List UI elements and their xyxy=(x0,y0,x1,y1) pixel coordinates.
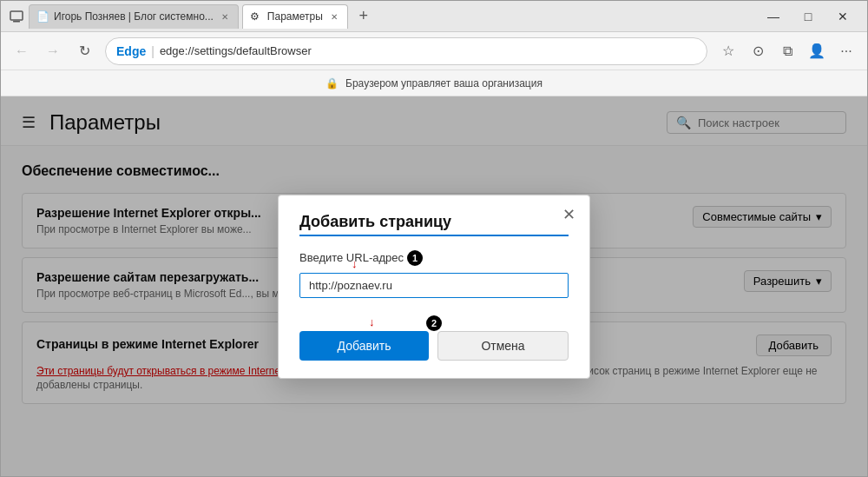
modal-close-button[interactable]: ✕ xyxy=(558,204,579,225)
step-1-indicator: 1 xyxy=(407,250,423,266)
toolbar: ← → ↻ Edge | edge://settings/defaultBrow… xyxy=(1,32,867,70)
url-input[interactable] xyxy=(299,273,569,298)
tab-settings[interactable]: ⚙ Параметры ✕ xyxy=(242,4,348,29)
tab-blog-close[interactable]: ✕ xyxy=(219,10,231,23)
info-bar: 🔒 Браузером управляет ваша организация xyxy=(1,70,867,96)
modal-title: Добавить страницу xyxy=(299,213,569,236)
new-tab-button[interactable]: + xyxy=(352,4,376,29)
svg-rect-1 xyxy=(13,21,20,23)
tab-blog[interactable]: 📄 Игорь Позняев | Блог системно... ✕ xyxy=(29,4,239,29)
tab-settings-close[interactable]: ✕ xyxy=(328,10,340,23)
lock-icon: 🔒 xyxy=(326,77,339,89)
favorites-icon[interactable]: ☆ xyxy=(714,37,742,65)
step-2-indicator: 2 xyxy=(426,315,442,331)
modal-buttons-container: ↓ Добавить Отмена xyxy=(299,331,569,361)
window-controls: — □ ✕ xyxy=(756,4,860,29)
address-separator: | xyxy=(151,44,155,58)
modal-add-button[interactable]: Добавить xyxy=(299,331,429,361)
tab-settings-label: Параметры xyxy=(267,10,323,23)
forward-button[interactable]: → xyxy=(39,37,67,65)
title-bar: 📄 Игорь Позняев | Блог системно... ✕ ⚙ П… xyxy=(1,1,867,32)
browser-window: 📄 Игорь Позняев | Блог системно... ✕ ⚙ П… xyxy=(0,0,868,477)
tab-blog-label: Игорь Позняев | Блог системно... xyxy=(54,10,214,23)
maximize-button[interactable]: □ xyxy=(791,4,825,29)
url-input-container: ↓ 2 xyxy=(299,273,569,312)
toolbar-right-buttons: ☆ ⊙ ⧉ 👤 ··· xyxy=(714,37,860,65)
modal-overlay: ✕ Добавить страницу Введите URL-адрес 1 … xyxy=(1,96,867,476)
tab-blog-icon: 📄 xyxy=(36,10,49,23)
more-options-icon[interactable]: ··· xyxy=(832,37,860,65)
tab-settings-icon: ⚙ xyxy=(250,10,262,23)
add-page-modal: ✕ Добавить страницу Введите URL-адрес 1 … xyxy=(278,195,590,379)
read-mode-icon[interactable]: ⊙ xyxy=(744,37,772,65)
address-bar[interactable]: Edge | edge://settings/defaultBrowser xyxy=(105,37,707,65)
minimize-button[interactable]: — xyxy=(756,4,791,29)
modal-action-buttons: Добавить Отмена xyxy=(299,331,569,361)
collections-icon[interactable]: ⧉ xyxy=(773,37,801,65)
svg-rect-0 xyxy=(10,11,23,20)
address-url: edge://settings/defaultBrowser xyxy=(160,44,696,57)
edge-brand-icon: Edge xyxy=(116,44,146,58)
page-content: ☰ Параметры 🔍 Обеспечение совместимос...… xyxy=(1,96,867,476)
infobar-text: Браузером управляет ваша организация xyxy=(345,77,542,89)
arrow-2-down: ↓ xyxy=(369,315,375,328)
refresh-button[interactable]: ↻ xyxy=(70,37,98,65)
close-button[interactable]: ✕ xyxy=(825,4,860,29)
back-button[interactable]: ← xyxy=(8,37,36,65)
arrow-1-down: ↓ xyxy=(352,257,358,270)
modal-url-label: Введите URL-адрес 1 xyxy=(299,250,569,266)
step-2-container: 2 xyxy=(426,315,442,331)
window-icon xyxy=(8,8,25,25)
modal-cancel-button[interactable]: Отмена xyxy=(437,331,569,361)
profile-icon[interactable]: 👤 xyxy=(803,37,831,65)
